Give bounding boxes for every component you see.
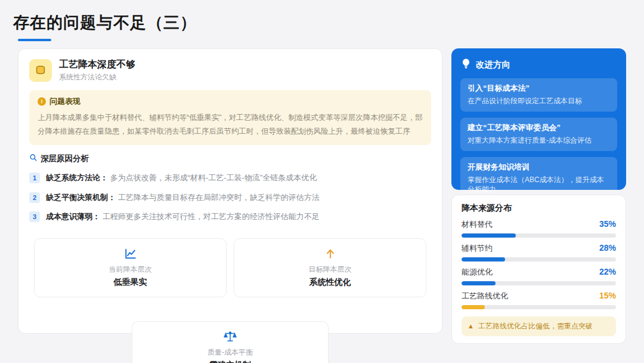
bar-fill	[462, 233, 516, 238]
tile-label: 质量-成本平衡	[138, 347, 322, 358]
improvement-item-title: 建立“工艺降本评审委员会”	[467, 122, 610, 133]
problem-label-row: ! 问题表现	[38, 96, 423, 107]
alert-circle-icon: !	[38, 97, 46, 106]
level-tiles-row: 当前降本层次 低垂果实 目标降本层次 系统性优化	[29, 238, 431, 297]
analysis-item-title: 缺乏系统方法论：	[46, 173, 108, 182]
chart-category-label: 工艺路线优化	[462, 291, 508, 302]
magnifier-icon	[29, 153, 38, 164]
tile-value: 系统性优化	[240, 277, 420, 288]
analysis-item: 1 缺乏系统方法论： 多为点状改善，未形成“材料-工艺-工装-物流”全链条成本优…	[29, 172, 431, 184]
problem-card-heading: 工艺降本深度不够 系统性方法论欠缺	[59, 59, 135, 82]
analysis-item-text: 缺乏系统方法论： 多为点状改善，未形成“材料-工艺-工装-物流”全链条成本优化	[46, 172, 317, 184]
improvement-item: 引入“目标成本法” 在产品设计阶段即设定工艺成本目标	[460, 78, 617, 112]
number-badge: 2	[29, 192, 40, 203]
balance-scale-icon	[138, 330, 322, 344]
chart-title: 降本来源分布	[462, 203, 616, 214]
problem-label: 问题表现	[49, 96, 80, 107]
bar-track	[462, 281, 616, 285]
bar-fill	[462, 257, 505, 262]
improvement-card: 改进方向 引入“目标成本法” 在产品设计阶段即设定工艺成本目标 建立“工艺降本评…	[451, 48, 626, 190]
number-badge: 3	[29, 211, 40, 222]
analysis-item-text: 成本意识薄弱： 工程师更多关注技术可行性，对工艺方案的经济性评估能力不足	[46, 211, 320, 223]
improvement-item: 建立“工艺降本评审委员会” 对重大降本方案进行质量-成本综合评估	[460, 118, 617, 151]
analysis-label-row: 深层原因分析	[29, 153, 431, 164]
analysis-item-title: 成本意识薄弱：	[46, 212, 100, 221]
chart-value-label: 28%	[599, 243, 616, 253]
analysis-item-text: 缺乏平衡决策机制： 工艺降本与质量目标存在局部冲突时，缺乏科学的评估方法	[46, 192, 320, 204]
chart-note-text: 工艺路线优化占比偏低，需重点突破	[478, 321, 593, 331]
improvement-item-title: 引入“目标成本法”	[467, 83, 610, 94]
problem-card-title: 工艺降本深度不够	[59, 59, 135, 71]
problem-card-header: 工艺降本深度不够 系统性方法论欠缺	[29, 59, 431, 82]
analysis-item-body: 工程师更多关注技术可行性，对工艺方案的经济性评估能力不足	[103, 212, 320, 221]
chart-row: 辅料节约 28%	[462, 243, 616, 262]
right-column: 改进方向 引入“目标成本法” 在产品设计阶段即设定工艺成本目标 建立“工艺降本评…	[451, 48, 626, 344]
tile-label: 目标降本层次	[240, 264, 420, 275]
problem-card-subtitle: 系统性方法论欠缺	[59, 72, 135, 82]
arrow-up-icon	[240, 247, 420, 261]
problem-statement-box: ! 问题表现 上月降本成果多集中于材料替代、辅料节约等“低垂果实”，对工艺路线优…	[29, 90, 431, 145]
bar-track	[462, 257, 616, 262]
slide: 存在的问题与不足（三） 工艺降本深度不够 系统性方法论欠缺	[0, 0, 644, 363]
target-level-tile: 目标降本层次 系统性优化	[234, 238, 426, 297]
bar-fill	[462, 281, 496, 285]
chart-category-label: 能源优化	[462, 267, 493, 278]
analysis-item: 2 缺乏平衡决策机制： 工艺降本与质量目标存在局部冲突时，缺乏科学的评估方法	[29, 192, 431, 204]
chart-value-label: 22%	[599, 267, 616, 276]
current-level-tile: 当前降本层次 低垂果实	[34, 238, 227, 297]
number-badge: 1	[29, 173, 40, 183]
chart-value-label: 15%	[599, 291, 616, 300]
lightbulb-icon	[462, 59, 470, 71]
root-cause-section: 深层原因分析 1 缺乏系统方法论： 多为点状改善，未形成“材料-工艺-工装-物流…	[29, 153, 431, 223]
chart-value-label: 35%	[599, 219, 616, 229]
tile-label: 当前降本层次	[41, 264, 220, 275]
analysis-item-title: 缺乏平衡决策机制：	[46, 193, 116, 202]
bar-fill	[462, 305, 485, 309]
bar-track	[462, 233, 616, 238]
improvement-item-text: 在产品设计阶段即设定工艺成本目标	[467, 96, 610, 106]
improvement-item-title: 开展财务知识培训	[467, 162, 610, 173]
problem-card: 工艺降本深度不够 系统性方法论欠缺 ! 问题表现 上月降本成果多集中于材料替代、…	[18, 48, 442, 334]
title-accent-bar	[18, 39, 51, 41]
analysis-item-body: 工艺降本与质量目标存在局部冲突时，缺乏科学的评估方法	[118, 193, 320, 202]
content-row: 工艺降本深度不够 系统性方法论欠缺 ! 问题表现 上月降本成果多集中于材料替代、…	[18, 48, 626, 344]
tile-value: 低垂果实	[41, 277, 220, 288]
chart-warning-note: ▲ 工艺路线优化占比偏低，需重点突破	[462, 316, 616, 336]
problem-text: 上月降本成果多集中于材料替代、辅料节约等“低垂果实”，对工艺路线优化、制造模式变…	[38, 111, 423, 138]
coins-icon	[29, 59, 52, 82]
chart-category-label: 辅料节约	[462, 243, 493, 254]
page-title: 存在的问题与不足（三）	[13, 12, 626, 33]
analysis-item: 3 成本意识薄弱： 工程师更多关注技术可行性，对工艺方案的经济性评估能力不足	[29, 211, 431, 223]
warning-triangle-icon: ▲	[467, 323, 474, 330]
improvement-item-text: 掌握作业成本法（ABC成本法），提升成本分析能力	[467, 175, 610, 195]
chart-category-label: 材料替代	[462, 219, 493, 230]
cost-source-chart-card: 降本来源分布 材料替代 35% 辅料节约 28%	[451, 195, 626, 344]
line-chart-icon	[41, 247, 220, 261]
chart-row: 工艺路线优化 15%	[462, 291, 616, 309]
chart-row: 材料替代 35%	[462, 219, 616, 238]
tile-value: 需建立机制	[138, 360, 322, 363]
analysis-label: 深层原因分析	[41, 153, 89, 164]
improvement-item-text: 对重大降本方案进行质量-成本综合评估	[467, 136, 610, 146]
chart-row: 能源优化 22%	[462, 267, 616, 285]
analysis-item-body: 多为点状改善，未形成“材料-工艺-工装-物流”全链条成本优化	[110, 173, 317, 182]
balance-tile: 质量-成本平衡 需建立机制	[132, 321, 329, 363]
improvement-header: 改进方向	[460, 56, 617, 72]
improvement-item: 开展财务知识培训 掌握作业成本法（ABC成本法），提升成本分析能力	[460, 157, 617, 201]
improvement-title: 改进方向	[476, 59, 510, 70]
bar-track	[462, 305, 616, 309]
